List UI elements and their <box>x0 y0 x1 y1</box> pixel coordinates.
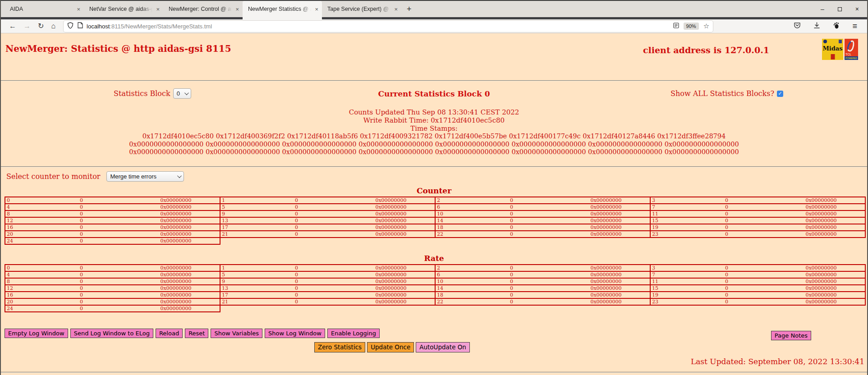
tab-close-icon[interactable]: × <box>154 6 160 13</box>
table-row: 1200x000000001300x000000001400x000000001… <box>5 285 865 292</box>
tab-1[interactable]: AIDA× <box>5 1 84 17</box>
cell-index: 16 <box>5 224 31 231</box>
tab-close-icon[interactable]: × <box>312 6 318 13</box>
home-icon[interactable]: ⌂ <box>51 23 55 30</box>
tab-strip: AIDA×NetVar Service @ aidas-gsi×NewMerge… <box>5 1 401 17</box>
cell-index: 14 <box>435 217 461 224</box>
action-buttons-row: Empty Log WindowSend Log Window to ELogR… <box>5 329 867 338</box>
cell-index: 17 <box>220 224 246 231</box>
cell-hex: 0x00000000 <box>777 224 865 231</box>
cell-index: 1 <box>220 197 246 204</box>
cell-index: 20 <box>5 231 31 238</box>
midas-logo[interactable]: Midas <box>822 39 843 60</box>
tab-3[interactable]: NewMerger: Control @ aidas× <box>163 1 243 17</box>
cell-index: 11 <box>650 278 676 285</box>
cell-count: 0 <box>31 305 132 312</box>
menu-icon[interactable]: ≡ <box>852 22 857 31</box>
shield-icon[interactable] <box>67 22 73 31</box>
counter-monitor-select[interactable]: Merge time errors <box>106 171 184 182</box>
cell-index: 12 <box>5 217 31 224</box>
tcl-logo-text: TCL <box>845 53 851 56</box>
cell-count: 0 <box>31 210 132 217</box>
table-row: 400x00000000500x00000000600x00000000700x… <box>5 204 865 210</box>
monitor-select-row: Select counter to monitor Merge time err… <box>6 170 867 183</box>
cell-count: 0 <box>31 278 132 285</box>
cell-hex: 0x00000000 <box>347 292 435 298</box>
table-row: 400x00000000500x00000000600x00000000700x… <box>5 271 865 278</box>
reload-button[interactable]: Reload <box>156 329 183 338</box>
minimize-button[interactable]: – <box>821 6 824 12</box>
new-tab-button[interactable]: + <box>401 1 417 17</box>
cell-hex: 0x00000000 <box>132 265 220 271</box>
tab-close-icon[interactable]: × <box>233 6 239 13</box>
chevron-down-icon <box>177 174 182 178</box>
cell-count: 0 <box>461 285 562 292</box>
cell-count: 0 <box>246 265 347 271</box>
enable-logging-button[interactable]: Enable Logging <box>327 329 380 338</box>
cell-count: 0 <box>676 292 777 298</box>
url-text[interactable]: localhost:8115/NewMerger/Stats/MergeStat… <box>87 23 671 30</box>
table-row: 000x00000000100x00000000200x00000000300x… <box>5 265 865 271</box>
tab-close-icon[interactable]: × <box>74 6 80 13</box>
cell-count: 0 <box>676 204 777 210</box>
cell-index: 9 <box>220 210 246 217</box>
show-log-window-button[interactable]: Show Log Window <box>265 329 325 338</box>
page-info-icon[interactable] <box>78 22 83 30</box>
cell-index: 2 <box>435 197 461 204</box>
bookmark-star-icon[interactable]: ☆ <box>703 22 709 30</box>
reader-mode-icon[interactable] <box>673 22 679 30</box>
cell-count: 0 <box>676 271 777 278</box>
cell-count: 0 <box>31 292 132 298</box>
reload-icon[interactable]: ↻ <box>38 23 44 30</box>
tcl-powered-logo[interactable]: TCL POWERED <box>845 39 858 60</box>
empty-log-window-button[interactable]: Empty Log Window <box>5 329 68 338</box>
page-notes-button[interactable]: Page Notes <box>771 331 811 340</box>
cell-count: 0 <box>31 224 132 231</box>
url-bar[interactable]: localhost:8115/NewMerger/Stats/MergeStat… <box>64 21 713 32</box>
cell-index: 7 <box>650 204 676 210</box>
cell-index: 22 <box>435 298 461 305</box>
url-host: localhost <box>87 23 110 30</box>
pocket-icon[interactable] <box>794 22 801 31</box>
cell-count: 0 <box>246 292 347 298</box>
tab-4[interactable]: NewMerger Statistics @ aida× <box>243 1 322 17</box>
show-all-checkbox[interactable]: ✓ <box>777 91 783 97</box>
table-row: 1600x000000001700x000000001800x000000001… <box>5 224 865 231</box>
tab-close-icon[interactable]: × <box>392 6 398 13</box>
show-variables-button[interactable]: Show Variables <box>211 329 262 338</box>
cell-count: 0 <box>246 298 347 305</box>
maximize-button[interactable] <box>838 7 842 11</box>
cell-count: 0 <box>246 204 347 210</box>
update-once-button[interactable]: Update Once <box>367 342 414 352</box>
cell-index: 19 <box>650 224 676 231</box>
tab-2[interactable]: NetVar Service @ aidas-gsi× <box>84 1 163 17</box>
cell-hex: 0x00000000 <box>347 298 435 305</box>
tab-title: NewMerger: Control @ aidas <box>169 6 233 12</box>
back-icon[interactable]: ← <box>9 23 16 30</box>
cell-hex: 0x00000000 <box>562 217 650 224</box>
autoupdate-on-button[interactable]: AutoUpdate On <box>416 342 470 352</box>
forward-icon[interactable]: → <box>23 23 31 30</box>
tab-5[interactable]: Tape Service (Expert) @ aida× <box>322 1 401 17</box>
cell-hex: 0x00000000 <box>562 224 650 231</box>
cell-count: 0 <box>676 278 777 285</box>
show-all-group: Show ALL Statistics Blocks? ✓ <box>671 89 783 98</box>
reset-button[interactable]: Reset <box>185 329 208 338</box>
gnome-foot-icon[interactable] <box>833 22 840 31</box>
cell-hex: 0x00000000 <box>777 265 865 271</box>
send-log-window-to-elog-button[interactable]: Send Log Window to ELog <box>70 329 153 338</box>
cell-index: 21 <box>220 231 246 238</box>
table-row: 2000x000000002100x000000002200x000000002… <box>5 298 865 305</box>
download-icon[interactable] <box>813 22 820 31</box>
cell-hex: 0x00000000 <box>562 231 650 238</box>
cell-count: 0 <box>31 217 132 224</box>
cell-hex: 0x00000000 <box>347 285 435 292</box>
close-button[interactable]: × <box>855 6 859 12</box>
zero-statistics-button[interactable]: Zero Statistics <box>314 342 365 352</box>
zoom-level-badge[interactable]: 90% <box>684 23 699 30</box>
cell-hex: 0x00000000 <box>132 238 220 244</box>
cell-count: 0 <box>676 285 777 292</box>
cell-hex: 0x00000000 <box>347 231 435 238</box>
cell-index: 8 <box>5 210 31 217</box>
cell-index: 24 <box>5 305 31 312</box>
